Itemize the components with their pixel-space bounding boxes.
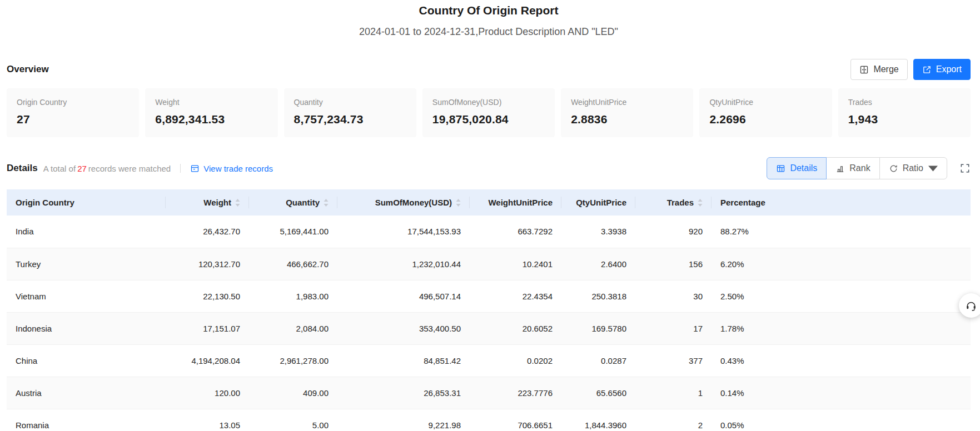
column-header-label: Trades bbox=[667, 198, 694, 207]
column-header-sum_of_money_usd[interactable]: SumOfMoney(USD) bbox=[337, 189, 470, 216]
table-row: Vietnam22,130.501,983.00496,507.1422.435… bbox=[7, 280, 971, 312]
merge-button[interactable]: Merge bbox=[850, 59, 907, 80]
column-header-qty_unit_price: QtyUnitPrice bbox=[561, 189, 635, 216]
sort-icon[interactable] bbox=[235, 199, 240, 207]
matched-count: 27 bbox=[76, 164, 88, 173]
stat-card-value: 1,943 bbox=[848, 113, 961, 126]
column-header-origin_country: Origin Country bbox=[7, 189, 166, 216]
table-header: Origin CountryWeightQuantitySumOfMoney(U… bbox=[7, 189, 971, 216]
cell-weight_unit_price: 223.7776 bbox=[470, 377, 561, 409]
stat-card: Trades1,943 bbox=[838, 88, 971, 137]
cell-percentage: 88.27% bbox=[712, 216, 971, 248]
column-header-percentage: Percentage bbox=[712, 189, 971, 216]
cell-weight: 120,312.70 bbox=[166, 248, 249, 280]
tab-rank-label: Rank bbox=[849, 164, 870, 173]
cell-origin_country: Romania bbox=[7, 409, 166, 431]
overview-actions: Merge Export bbox=[850, 59, 971, 80]
sort-icon[interactable] bbox=[456, 199, 461, 207]
export-icon bbox=[922, 65, 932, 74]
summary-prefix: A total of bbox=[43, 164, 76, 173]
stat-card-label: Weight bbox=[155, 98, 267, 107]
tab-details[interactable]: Details bbox=[767, 157, 827, 179]
cell-sum_of_money_usd: 1,232,010.44 bbox=[337, 248, 470, 280]
sort-icon[interactable] bbox=[324, 199, 329, 207]
table-body: India26,432.705,169,441.0017,544,153.936… bbox=[7, 216, 971, 431]
stat-card: Weight6,892,341.53 bbox=[145, 88, 277, 137]
cell-qty_unit_price: 2.6400 bbox=[561, 248, 635, 280]
report-header: Country Of Origin Report 2024-01-01 to 2… bbox=[7, 0, 971, 38]
column-header-trades[interactable]: Trades bbox=[635, 189, 712, 216]
details-bar: Details A total of27records were matched… bbox=[7, 157, 971, 179]
cell-sum_of_money_usd: 84,851.42 bbox=[337, 344, 470, 377]
stat-card-label: WeightUnitPrice bbox=[571, 98, 683, 107]
ratio-icon bbox=[889, 164, 898, 173]
cell-weight_unit_price: 663.7292 bbox=[470, 216, 561, 248]
cell-sum_of_money_usd: 17,544,153.93 bbox=[337, 216, 470, 248]
table-row: India26,432.705,169,441.0017,544,153.936… bbox=[7, 216, 971, 248]
cell-weight: 22,130.50 bbox=[166, 280, 249, 312]
stat-card-label: SumOfMoney(USD) bbox=[432, 98, 545, 107]
stat-card-value: 8,757,234.73 bbox=[294, 113, 406, 126]
fullscreen-icon bbox=[959, 163, 971, 174]
cell-trades: 156 bbox=[635, 248, 712, 280]
stat-card-value: 27 bbox=[17, 113, 129, 126]
cell-sum_of_money_usd: 26,853.31 bbox=[337, 377, 470, 409]
column-header-label: Weight bbox=[203, 198, 231, 207]
support-floating-button[interactable] bbox=[959, 293, 980, 318]
vertical-divider bbox=[180, 164, 181, 173]
cell-weight: 120.00 bbox=[166, 377, 249, 409]
stat-card-value: 19,875,020.84 bbox=[432, 113, 545, 126]
column-header-weight_unit_price: WeightUnitPrice bbox=[470, 189, 561, 216]
cell-qty_unit_price: 169.5780 bbox=[561, 312, 635, 344]
cell-qty_unit_price: 0.0287 bbox=[561, 344, 635, 377]
column-header-label: QtyUnitPrice bbox=[576, 198, 626, 207]
cell-origin_country: Indonesia bbox=[7, 312, 166, 344]
export-button[interactable]: Export bbox=[913, 59, 971, 80]
sort-icon[interactable] bbox=[698, 199, 703, 207]
merge-button-label: Merge bbox=[873, 65, 898, 74]
column-header-weight[interactable]: Weight bbox=[166, 189, 249, 216]
column-header-label: Percentage bbox=[720, 198, 765, 207]
trade-records-icon bbox=[190, 164, 200, 173]
cell-quantity: 466,662.70 bbox=[249, 248, 337, 280]
details-left: Details A total of27records were matched… bbox=[7, 163, 273, 174]
cell-trades: 920 bbox=[635, 216, 712, 248]
overview-heading: Overview bbox=[7, 64, 49, 75]
cell-percentage: 0.14% bbox=[712, 377, 971, 409]
stat-card: SumOfMoney(USD)19,875,020.84 bbox=[422, 88, 555, 137]
cell-quantity: 409.00 bbox=[249, 377, 337, 409]
tab-rank[interactable]: Rank bbox=[826, 157, 879, 179]
stat-card-label: Origin Country bbox=[17, 98, 129, 107]
page-subtitle: 2024-01-01 to 2024-12-31,Product Descrip… bbox=[7, 25, 971, 38]
report-page: Country Of Origin Report 2024-01-01 to 2… bbox=[0, 0, 980, 431]
cell-qty_unit_price: 250.3818 bbox=[561, 280, 635, 312]
chevron-down-icon bbox=[928, 164, 938, 173]
cell-weight_unit_price: 0.0202 bbox=[470, 344, 561, 377]
cell-weight: 4,194,208.04 bbox=[166, 344, 249, 377]
stat-card-value: 2.8836 bbox=[571, 113, 683, 126]
column-header-quantity[interactable]: Quantity bbox=[249, 189, 337, 216]
cell-trades: 17 bbox=[635, 312, 712, 344]
table-row: Indonesia17,151.072,084.00353,400.5020.6… bbox=[7, 312, 971, 344]
cell-weight: 17,151.07 bbox=[166, 312, 249, 344]
view-trade-records-link[interactable]: View trade records bbox=[190, 164, 273, 173]
cell-sum_of_money_usd: 496,507.14 bbox=[337, 280, 470, 312]
cell-origin_country: Austria bbox=[7, 377, 166, 409]
view-trade-records-label: View trade records bbox=[203, 164, 273, 173]
stat-card-label: QtyUnitPrice bbox=[709, 98, 822, 107]
column-header-label: WeightUnitPrice bbox=[488, 198, 553, 207]
stat-card: Quantity8,757,234.73 bbox=[284, 88, 416, 137]
table-row: Austria120.00409.0026,853.31223.777665.6… bbox=[7, 377, 971, 409]
tab-ratio[interactable]: Ratio bbox=[879, 157, 947, 179]
page-title: Country Of Origin Report bbox=[7, 3, 971, 18]
fullscreen-button[interactable] bbox=[959, 163, 971, 174]
column-header-label: SumOfMoney(USD) bbox=[375, 198, 452, 207]
cell-percentage: 2.50% bbox=[712, 280, 971, 312]
origin-country-table: Origin CountryWeightQuantitySumOfMoney(U… bbox=[7, 189, 971, 431]
cell-origin_country: India bbox=[7, 216, 166, 248]
cell-weight_unit_price: 706.6651 bbox=[470, 409, 561, 431]
details-heading: Details bbox=[7, 163, 38, 174]
table-row: China4,194,208.042,961,278.0084,851.420.… bbox=[7, 344, 971, 377]
export-button-label: Export bbox=[936, 65, 962, 74]
cell-origin_country: China bbox=[7, 344, 166, 377]
